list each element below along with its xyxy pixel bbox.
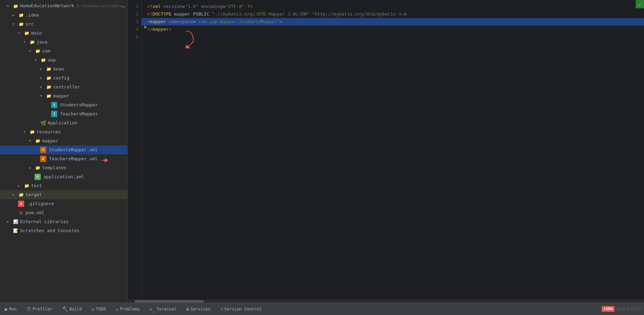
- tree-arrow-idea: [12, 11, 18, 19]
- tree-item-mapper-res[interactable]: 📁 mapper: [0, 136, 127, 145]
- folder-icon-config: 📁: [46, 75, 52, 81]
- tree-item-root[interactable]: 📁 HomeEducationNetwork D:\HomeEducationN…: [0, 1, 127, 11]
- xml-bracket-4: <: [147, 19, 150, 24]
- tree-label-config: config: [53, 74, 126, 82]
- tree-item-bean[interactable]: 📁 bean: [0, 65, 127, 74]
- tree-item-config[interactable]: 📁 config: [0, 74, 127, 83]
- tree-item-resources[interactable]: 📁 resources: [0, 127, 127, 136]
- tree-item-application[interactable]: ▶ 🌿 Application: [0, 118, 127, 127]
- xml-tag-3: mapper: [150, 19, 166, 24]
- xml-tag-4: mapper: [153, 27, 169, 32]
- code-line-1: <?xml version="1.0" encoding="UTF-8" ?>: [147, 3, 638, 10]
- bottom-toolbar: ▶ Run ⏱ Profiler 🔨 Build ☑ TODO ⚠ Proble…: [0, 303, 644, 315]
- tree-item-external[interactable]: 📊 External Libraries: [0, 217, 127, 226]
- services-button[interactable]: ⚙ Services: [184, 306, 212, 313]
- tree-item-studentsmapper-xml[interactable]: ▶ X StudentsMapper.xml: [0, 145, 127, 154]
- scrollbar-thumb[interactable]: [135, 300, 204, 303]
- tree-item-src[interactable]: 📁 src: [0, 20, 127, 29]
- tree-item-target[interactable]: 📁 target: [0, 190, 127, 199]
- xml-icon-teachersmapper: X: [40, 156, 46, 162]
- code-editor[interactable]: <?xml version="1.0" encoding="UTF-8" ?> …: [142, 0, 644, 300]
- run-label: Run: [9, 307, 17, 312]
- code-line-4: </mapper>: [147, 26, 638, 33]
- terminal-button[interactable]: >_ Terminal: [147, 306, 179, 313]
- tree-label-teachersmapper: TeachersMapper: [60, 110, 126, 118]
- xml-tag-2: DOCTYPE: [153, 11, 172, 17]
- sidebar: 📁 HomeEducationNetwork D:\HomeEducationN…: [0, 0, 128, 303]
- xml-eq-1: =: [182, 4, 185, 9]
- tree-label-application-yml: application.yml: [44, 173, 126, 181]
- line-num-2: 2: [128, 10, 138, 18]
- folder-icon-zwp: 📁: [40, 57, 46, 63]
- version-control-button[interactable]: ⑂ Version Control: [218, 306, 264, 313]
- lib-icon: 📊: [12, 219, 19, 225]
- tree-label-main: main: [31, 29, 126, 37]
- tree-label-pom: pom.xml: [26, 209, 126, 217]
- folder-icon-main: 📁: [23, 30, 30, 36]
- profiler-button[interactable]: ⏱ Profiler: [24, 306, 55, 313]
- tree-item-controller[interactable]: 📁 controller: [0, 83, 127, 92]
- tree-item-mapper-java[interactable]: 📁 mapper: [0, 92, 127, 101]
- tree-arrow-src: [12, 20, 18, 28]
- folder-icon-idea: 📁: [18, 12, 24, 18]
- xml-bracket-2: ?>: [247, 4, 253, 9]
- xml-attr-version: version: [163, 4, 182, 9]
- tree-item-test[interactable]: 📁 test: [0, 181, 127, 190]
- folder-icon-src: 📁: [18, 21, 24, 27]
- run-button[interactable]: ▶ Run: [3, 306, 19, 313]
- project-icon: 📁: [12, 3, 19, 9]
- tree-label-root: HomeEducationNetwork D:\HomeEducationNet…: [20, 2, 126, 10]
- xml-text-2: mapper PUBLIC: [174, 11, 212, 17]
- todo-button[interactable]: ☑ TODO: [89, 306, 108, 313]
- tree-item-scratches[interactable]: ▶ 📝 Scratches and Consoles: [0, 226, 127, 235]
- tree-item-templates[interactable]: 📁 templates: [0, 163, 127, 172]
- tree-arrow-target: [12, 191, 18, 199]
- tree-item-main[interactable]: 📁 main: [0, 29, 127, 38]
- csdn-badge: CSDN: [602, 306, 615, 312]
- tree-label-studentsmapper-xml: StudentsMapper.xml: [49, 146, 126, 154]
- tree-label-application: Application: [48, 119, 126, 127]
- line-numbers: 1 2 3 4 5: [128, 0, 142, 300]
- folder-icon-resources: 📁: [29, 129, 35, 135]
- xml-bracket-5: >: [280, 19, 282, 24]
- build-label: Build: [69, 307, 82, 312]
- todo-icon: ☑: [92, 306, 94, 312]
- pom-icon: m: [18, 210, 24, 216]
- run-icon: ▶: [5, 306, 8, 312]
- tree-item-application-yml[interactable]: ▶ Y application.yml: [0, 172, 127, 181]
- todo-label: TODO: [96, 307, 106, 312]
- yml-icon: Y: [35, 174, 41, 180]
- folder-icon-target: 📁: [18, 192, 24, 198]
- tree-item-com[interactable]: 📁 com: [0, 47, 127, 56]
- problems-icon: ⚠: [115, 306, 118, 312]
- folder-icon-controller: 📁: [46, 84, 52, 90]
- tree-label-studentsmapper: StudentsMapper: [60, 101, 126, 109]
- xml-attr-encoding: encoding: [201, 4, 223, 9]
- tree-item-pom[interactable]: ▶ m pom.xml: [0, 208, 127, 217]
- build-icon: 🔨: [62, 306, 68, 312]
- tree-item-java[interactable]: 📁 java: [0, 38, 127, 47]
- tree-arrow-test: [18, 182, 23, 190]
- interface-icon-teachersmapper: I: [51, 111, 57, 117]
- tree-arrow-mapper-java: [40, 92, 46, 100]
- tree-item-idea[interactable]: 📁 .idea: [0, 11, 127, 20]
- problems-button[interactable]: ⚠ Problems: [113, 306, 142, 313]
- tree-label-src: src: [26, 20, 126, 28]
- build-button[interactable]: 🔨 Build: [60, 306, 84, 313]
- gutter-run-icon[interactable]: ▶: [144, 23, 147, 30]
- editor-area: ✓ 1 2 3 4 5 <?xml version="1.0" encoding…: [128, 0, 644, 303]
- xml-val-version: "1.0": [185, 4, 199, 9]
- tree-label-gitignore: .gitignore: [27, 200, 126, 208]
- tree-item-teachersmapper[interactable]: ▶ I TeachersMapper: [0, 109, 127, 118]
- tree-item-zwp[interactable]: 📁 zwp: [0, 56, 127, 65]
- tree-label-java: java: [37, 38, 126, 46]
- csdn-watermark: CSDN @红客深水炸弹: [602, 306, 641, 312]
- folder-icon-mapper-res: 📁: [35, 138, 41, 144]
- editor-content[interactable]: 1 2 3 4 5 <?xml version="1.0" encoding="…: [128, 0, 644, 300]
- tree-item-teachersmapper-xml[interactable]: ▶ X TeachersMapper.xml: [0, 154, 127, 163]
- interface-icon-studentsmapper: I: [51, 102, 57, 108]
- tree-item-gitignore[interactable]: ▶ G .gitignore: [0, 199, 127, 208]
- tree-arrow-config: [40, 74, 46, 82]
- tree-item-studentsmapper[interactable]: ▶ I StudentsMapper: [0, 101, 127, 109]
- horizontal-scrollbar[interactable]: [128, 300, 644, 303]
